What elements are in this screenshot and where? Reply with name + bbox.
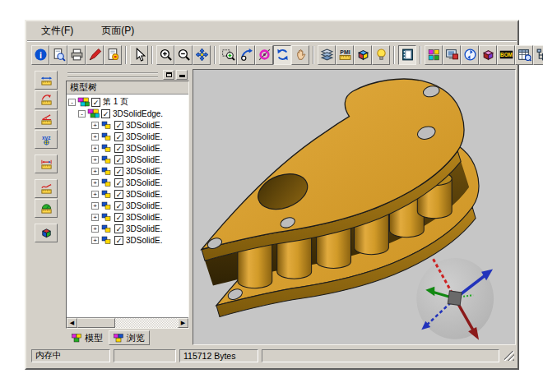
node-checkbox[interactable]: ✓ — [114, 213, 123, 222]
expand-toggle[interactable]: + — [91, 225, 99, 233]
menu-page[interactable]: 页面(P) — [98, 22, 137, 39]
scroll-right-button[interactable]: ▶ — [178, 318, 188, 328]
zoom-window-button[interactable] — [219, 45, 237, 65]
markup-pen-button[interactable] — [86, 45, 104, 65]
zoom-out-button[interactable] — [174, 45, 193, 65]
tree-row-assembly[interactable]: - ✓ 3DSolidEdge. — [67, 108, 188, 119]
rotate-center-button[interactable] — [255, 45, 273, 65]
scroll-track[interactable] — [77, 318, 178, 328]
node-checkbox[interactable]: ✓ — [114, 132, 123, 141]
node-checkbox[interactable]: ✓ — [114, 224, 123, 233]
explode-view-button[interactable] — [479, 45, 497, 65]
pmi-button[interactable]: PMI — [336, 45, 354, 65]
bom-button[interactable]: BOM — [497, 45, 515, 65]
tab-browse[interactable]: 浏览 — [109, 330, 150, 345]
node-checkbox[interactable]: ✓ — [114, 201, 123, 210]
tab-model[interactable]: 模型 — [67, 330, 107, 345]
tree-row-part[interactable]: +✓3DSolidE. — [67, 165, 188, 177]
dim-distance-button[interactable] — [35, 154, 58, 173]
expand-toggle[interactable]: + — [91, 237, 99, 244]
layers-button[interactable] — [318, 45, 336, 65]
dim-angle-button[interactable] — [35, 110, 58, 129]
node-checkbox[interactable]: ✓ — [91, 98, 100, 107]
light-button[interactable] — [372, 45, 390, 65]
tree-row-part[interactable]: +✓3DSolidE. — [67, 154, 188, 165]
screen-capture-button[interactable] — [443, 45, 461, 65]
expand-toggle[interactable]: + — [91, 145, 99, 152]
viewport-3d[interactable] — [193, 69, 516, 345]
tree-row-part[interactable]: +✓3DSolidE. — [67, 142, 188, 154]
structure-tree-button[interactable] — [533, 45, 543, 65]
print-button[interactable] — [67, 45, 86, 65]
rotate-view-icon — [276, 48, 290, 62]
node-label: 3DSolidE. — [126, 144, 162, 153]
panel-gripper[interactable] — [66, 69, 189, 81]
zoom-in-button[interactable] — [156, 45, 174, 65]
measure-curve-button[interactable] — [35, 179, 58, 198]
expand-toggle[interactable]: + — [91, 168, 99, 175]
expand-toggle[interactable]: + — [91, 156, 99, 164]
grip-handle[interactable] — [67, 72, 158, 78]
orientation-ball[interactable] — [416, 257, 494, 340]
node-checkbox[interactable]: ✓ — [101, 109, 110, 118]
resize-grip[interactable] — [504, 351, 514, 361]
scroll-thumb[interactable] — [77, 318, 115, 328]
dim-linear-button[interactable] — [35, 71, 58, 90]
node-checkbox[interactable]: ✓ — [114, 155, 123, 164]
export-doc-button[interactable] — [104, 45, 122, 65]
expand-toggle[interactable]: + — [91, 214, 99, 221]
update-circle-icon — [463, 48, 477, 62]
panel-maximize-button[interactable] — [163, 70, 174, 80]
model-tree-toggle-button[interactable] — [398, 45, 416, 65]
expand-toggle[interactable]: + — [91, 202, 99, 210]
view-cube-button[interactable] — [354, 45, 372, 65]
info-button[interactable]: i — [31, 45, 49, 65]
tree-row-part[interactable]: +✓3DSolidE. — [67, 211, 188, 223]
assembly-tree-button[interactable] — [425, 45, 443, 65]
dim-radius-button[interactable] — [35, 90, 58, 109]
tree-row-part[interactable]: +✓3DSolidE. — [67, 223, 188, 234]
pan-hand-button[interactable] — [291, 45, 309, 65]
node-checkbox[interactable]: ✓ — [114, 144, 123, 153]
bom-table-button[interactable] — [515, 45, 533, 65]
tree-hscrollbar[interactable]: ◀ ▶ — [67, 317, 188, 328]
toolbar-separator — [125, 46, 127, 64]
zoom-window-icon — [221, 48, 235, 62]
dynamic-zoom-button[interactable] — [237, 45, 255, 65]
tree-row-page[interactable]: - ✓ 第 1 页 — [67, 96, 188, 108]
solid-box-button[interactable] — [35, 224, 58, 242]
node-checkbox[interactable]: ✓ — [114, 121, 123, 130]
node-label: 3DSolidEdge. — [113, 109, 163, 118]
panel-collapse-button[interactable] — [176, 70, 188, 80]
tree-title: 模型树 — [67, 81, 188, 95]
expand-toggle[interactable]: - — [78, 110, 86, 118]
dim-coordinate-button[interactable]: xyz — [35, 130, 58, 149]
cursor-icon — [132, 48, 146, 62]
node-checkbox[interactable]: ✓ — [114, 236, 123, 245]
update-circle-button[interactable] — [461, 45, 479, 65]
expand-toggle[interactable]: + — [91, 179, 99, 187]
expand-toggle[interactable]: + — [91, 191, 99, 198]
scroll-left-button[interactable]: ◀ — [67, 318, 77, 328]
node-checkbox[interactable]: ✓ — [114, 178, 123, 187]
select-cursor-button[interactable] — [130, 45, 148, 65]
expand-toggle[interactable]: + — [91, 122, 99, 129]
tree-row-part[interactable]: +✓3DSolidE. — [67, 200, 188, 211]
tree-row-part[interactable]: +✓3DSolidE. — [67, 188, 188, 200]
info-icon: i — [34, 48, 48, 62]
node-checkbox[interactable]: ✓ — [114, 190, 123, 199]
expand-toggle[interactable]: + — [91, 133, 99, 141]
tree-row-part[interactable]: +✓3DSolidE. — [67, 119, 188, 131]
menu-file[interactable]: 文件(F) — [38, 22, 77, 39]
tree-row-part[interactable]: +✓3DSolidE. — [67, 177, 188, 188]
node-checkbox[interactable]: ✓ — [114, 167, 123, 176]
tree-row-part[interactable]: +✓3DSolidE. — [67, 234, 188, 246]
light-bulb-icon — [374, 48, 388, 62]
measure-gauge-button[interactable] — [35, 199, 58, 218]
rotate-view-button[interactable] — [273, 45, 291, 65]
pan-cross-button[interactable] — [193, 45, 211, 65]
tree-row-part[interactable]: +✓3DSolidE. — [67, 131, 188, 142]
expand-toggle[interactable]: - — [68, 99, 76, 106]
print-preview-button[interactable] — [49, 45, 67, 65]
model-canvas[interactable] — [193, 70, 515, 344]
